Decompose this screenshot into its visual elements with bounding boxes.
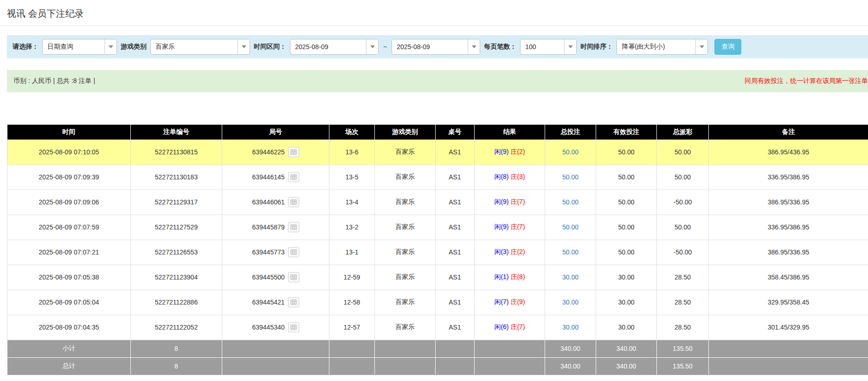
total-bet-link[interactable]: 50.00	[562, 173, 579, 181]
banker-result: 庄(2)	[510, 148, 525, 155]
per-page-select[interactable]: 100	[520, 39, 577, 55]
table-row: 2025-08-09 07:05:04522721122886639445421…	[7, 290, 868, 315]
result-cell: 闲(8) 庄(3)	[475, 165, 545, 190]
sort-order-value: 降幂(由大到小)	[617, 43, 695, 51]
total-bet-link[interactable]: 50.00	[562, 248, 579, 256]
bet-id-cell: 522721126553	[131, 240, 222, 265]
payout-cell: 50.00	[657, 165, 709, 190]
filter-label-query-type: 请选择：	[13, 43, 39, 51]
chevron-down-icon[interactable]	[366, 39, 378, 54]
replay-icon[interactable]	[288, 222, 299, 232]
total-bet-cell: 50.00	[545, 165, 596, 190]
time-cell: 2025-08-09 07:04:35	[7, 315, 131, 340]
chevron-down-icon[interactable]	[695, 39, 707, 54]
date-from-input[interactable]: 2025-08-09	[290, 39, 379, 55]
per-page-value: 100	[521, 43, 564, 51]
table-header-row: 时间注单编号局号场次游戏类别桌号结果总投注有效投注总派彩备注	[7, 125, 868, 140]
footer-empty-cell	[475, 340, 545, 357]
valid-bet-cell: 30.00	[596, 290, 657, 315]
round-number: 639446061	[252, 198, 284, 206]
game-type-select[interactable]: 百家乐	[150, 39, 250, 55]
footer-total-bet-cell: 340.00	[545, 340, 596, 357]
filter-label-per-page: 每页笔数：	[484, 43, 516, 51]
time-cell: 2025-08-09 07:05:04	[7, 290, 131, 315]
filter-bar: 请选择： 日期查询 游戏类别 百家乐 时间区间： 2025-08-09 ~ 20…	[7, 35, 868, 58]
session-cell: 12-57	[329, 315, 375, 340]
chevron-down-icon[interactable]	[238, 39, 250, 54]
chevron-down-icon[interactable]	[104, 39, 116, 54]
round-cell: 639445773	[222, 240, 329, 265]
chevron-down-icon[interactable]	[468, 39, 480, 54]
note-cell: 358.45/386.95	[709, 265, 868, 290]
note-cell: 386.95/436.95	[709, 140, 868, 165]
game-type-cell: 百家乐	[375, 240, 436, 265]
replay-icon[interactable]	[288, 147, 299, 157]
payout-cell: -50.00	[657, 240, 709, 265]
date-to-input[interactable]: 2025-08-09	[392, 39, 480, 55]
currency-summary-text: 币别 : 人民币 | 总共 :8 注单 |	[13, 77, 95, 85]
valid-bet-cell: 50.00	[596, 140, 657, 165]
round-number: 639446145	[252, 173, 284, 181]
replay-icon[interactable]	[288, 272, 299, 282]
note-cell: 386.95/336.95	[709, 190, 868, 215]
game-type-cell: 百家乐	[375, 265, 436, 290]
game-type-cell: 百家乐	[375, 290, 436, 315]
valid-bet-cell: 50.00	[596, 190, 657, 215]
note-cell: 386.95/336.95	[709, 240, 868, 265]
player-result: 闲(9)	[494, 223, 508, 230]
bet-id-cell: 522721130815	[131, 140, 222, 165]
session-cell: 13-1	[329, 240, 375, 265]
round-cell: 639446145	[222, 165, 329, 190]
footer-empty-cell	[222, 340, 329, 357]
round-number: 639445773	[252, 248, 284, 256]
date-to-value: 2025-08-09	[392, 43, 468, 51]
total-bet-link[interactable]: 50.00	[562, 223, 579, 231]
total-bet-link[interactable]: 30.00	[562, 324, 579, 331]
chevron-down-icon[interactable]	[564, 39, 576, 54]
search-button[interactable]: 查询	[714, 39, 741, 55]
replay-icon[interactable]	[288, 297, 299, 307]
total-bet-link[interactable]: 50.00	[562, 148, 579, 156]
summary-row: 小计8340.00340.00135.50	[7, 340, 868, 357]
total-bet-link[interactable]: 50.00	[562, 198, 579, 206]
query-type-value: 日期查询	[43, 43, 104, 51]
round-cell: 639445879	[222, 215, 329, 240]
round-cell: 639445340	[222, 315, 329, 340]
game-type-value: 百家乐	[151, 43, 238, 51]
table-row: 2025-08-09 07:09:39522721130183639446145…	[7, 165, 868, 190]
total-bet-cell: 30.00	[545, 265, 596, 290]
column-header-5: 游戏类别	[375, 125, 436, 140]
game-type-cell: 百家乐	[375, 190, 436, 215]
replay-icon[interactable]	[288, 322, 299, 332]
bet-id-cell: 522721127529	[131, 215, 222, 240]
table-no-cell: AS1	[436, 240, 475, 265]
table-row: 2025-08-09 07:07:59522721127529639445879…	[7, 215, 868, 240]
table-no-cell: AS1	[436, 265, 475, 290]
column-header-10: 总派彩	[657, 125, 709, 140]
footer-empty-cell	[475, 357, 545, 375]
replay-icon[interactable]	[288, 197, 299, 207]
note-cell: 336.95/386.95	[709, 215, 868, 240]
total-bet-link[interactable]: 30.00	[562, 298, 579, 306]
table-row: 2025-08-09 07:10:05522721130815639446225…	[7, 140, 868, 165]
result-cell: 闲(9) 庄(7)	[475, 215, 545, 240]
footer-empty-cell	[375, 357, 436, 375]
filter-label-game-type: 游戏类别	[121, 43, 147, 51]
summary-row: 总计8340.00340.00135.50	[7, 357, 868, 375]
table-no-cell: AS1	[436, 215, 475, 240]
session-cell: 12-59	[329, 265, 375, 290]
query-type-select[interactable]: 日期查询	[42, 39, 117, 55]
title-divider	[0, 25, 868, 26]
total-bet-link[interactable]: 30.00	[562, 273, 579, 281]
bet-records-table: 时间注单编号局号场次游戏类别桌号结果总投注有效投注总派彩备注 2025-08-0…	[7, 125, 868, 375]
filter-label-sort-order: 时间排序：	[580, 43, 613, 51]
sort-order-select[interactable]: 降幂(由大到小)	[617, 39, 708, 55]
page: 视讯 会员下注纪录 请选择： 日期查询 游戏类别 百家乐 时间区间： 2025-…	[0, 0, 868, 381]
footer-note-cell	[709, 340, 868, 357]
replay-icon[interactable]	[288, 172, 299, 182]
table-row: 2025-08-09 07:09:06522721129317639446061…	[7, 190, 868, 215]
footer-empty-cell	[329, 357, 375, 375]
total-bet-cell: 50.00	[545, 215, 596, 240]
footer-valid-bet-cell: 340.00	[596, 340, 657, 357]
replay-icon[interactable]	[288, 247, 299, 257]
